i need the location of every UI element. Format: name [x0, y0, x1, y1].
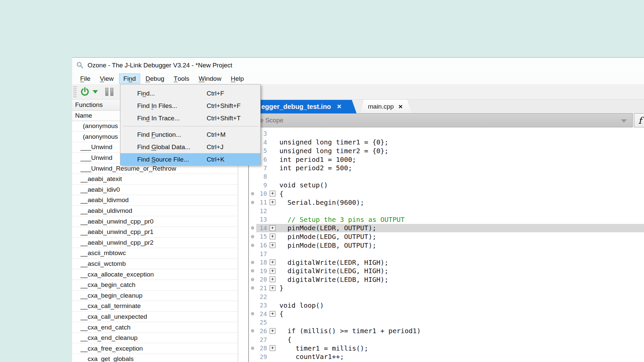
- toolbar-grip[interactable]: [73, 86, 75, 97]
- code-line[interactable]: {: [279, 190, 283, 198]
- code-line[interactable]: digitalWrite(LEDB, HIGH);: [279, 276, 388, 284]
- code-line[interactable]: {: [279, 336, 291, 344]
- code-line[interactable]: pinMode(LEDG, OUTPUT);: [279, 233, 376, 241]
- breakpoint-dot[interactable]: [249, 235, 256, 238]
- code-line[interactable]: unsigned long timer2 = {0};: [279, 147, 388, 155]
- fold-expand-icon[interactable]: [270, 268, 275, 274]
- tab-close-icon[interactable]: ×: [398, 103, 402, 111]
- code-line[interactable]: digitalWrite(LEDG, HIGH);: [279, 267, 388, 275]
- power-icon: [80, 87, 90, 97]
- function-list-item[interactable]: __cxa_end_catch: [72, 322, 238, 333]
- fold-expand-icon[interactable]: [270, 345, 275, 351]
- code-line[interactable]: {: [279, 310, 283, 318]
- tab-segger-debug-test-ino[interactable]: egger_debug_test.ino ×: [250, 100, 357, 113]
- menu-item-find-in-trace[interactable]: Find In Trace... Ctrl+Shift+T: [120, 112, 260, 124]
- breakpoint-dot[interactable]: [249, 286, 256, 290]
- highlighted-code-line[interactable]: pinMode(LEDR, OUTPUT);: [279, 224, 376, 232]
- menu-item-find-in-files[interactable]: Find In Files... Ctrl+Shift+F: [120, 100, 260, 112]
- breakpoint-dot[interactable]: [249, 201, 256, 204]
- shortcut-label: Ctrl+J: [207, 143, 260, 151]
- menu-item-find-source-file[interactable]: Find Source File... Ctrl+K: [120, 153, 260, 166]
- code-line[interactable]: Serial.begin(9600);: [279, 198, 364, 206]
- function-list-item[interactable]: __ascii_wctomb: [72, 259, 238, 269]
- breakpoint-dot[interactable]: [249, 329, 256, 333]
- fold-expand-icon[interactable]: [270, 199, 275, 205]
- code-line[interactable]: }: [279, 284, 283, 292]
- function-list-item[interactable]: __cxa_get_globals: [72, 354, 238, 362]
- breakpoint-dot[interactable]: [249, 347, 256, 350]
- window-title: Ozone - The J-Link Debugger V3.24 - *New…: [88, 62, 232, 69]
- breakpoint-dot[interactable]: [249, 312, 256, 315]
- function-list-item[interactable]: __aeabi_ldivmod: [72, 195, 238, 206]
- breakpoint-dot[interactable]: [249, 192, 256, 195]
- function-list-item[interactable]: __cxa_begin_cleanup: [72, 291, 238, 301]
- code-line[interactable]: timer1 = millis();: [279, 344, 368, 352]
- function-list-item[interactable]: __cxa_begin_catch: [72, 280, 238, 291]
- menu-help[interactable]: Help: [227, 73, 248, 84]
- menu-find[interactable]: Find: [119, 73, 140, 84]
- line-number: 18: [256, 259, 267, 266]
- line-number: 21: [256, 285, 267, 292]
- function-list-item[interactable]: __cxa_call_terminate: [72, 301, 238, 312]
- code-line[interactable]: if (millis() >= timer1 + period1): [279, 327, 421, 335]
- menu-item-find-function[interactable]: Find Function... Ctrl+M: [120, 128, 260, 141]
- power-debug-button[interactable]: [80, 87, 90, 97]
- menu-item-find-global-data[interactable]: Find Global Data... Ctrl+J: [120, 141, 260, 153]
- fold-expand-icon[interactable]: [270, 242, 275, 248]
- pause-button[interactable]: [105, 88, 113, 96]
- file-scope-combobox[interactable]: File Scope: [249, 113, 633, 127]
- function-list-item[interactable]: __aeabi_uldivmod: [72, 206, 238, 217]
- breakpoint-dot[interactable]: [249, 278, 256, 281]
- fold-expand-icon[interactable]: [270, 328, 275, 334]
- breakpoint-dot[interactable]: [249, 244, 256, 247]
- shortcut-label: Ctrl+M: [207, 131, 260, 138]
- line-number: 24: [256, 310, 267, 317]
- menu-view[interactable]: View: [96, 73, 118, 84]
- line-number: 26: [256, 327, 267, 335]
- code-line[interactable]: void setup(): [279, 181, 328, 189]
- fold-expand-icon[interactable]: [270, 285, 275, 291]
- menu-file[interactable]: File: [76, 73, 95, 84]
- menu-debug[interactable]: Debug: [142, 73, 168, 84]
- function-list-item[interactable]: __aeabi_idiv0: [72, 185, 238, 195]
- desktop: Ozone - The J-Link Debugger V3.24 - *New…: [0, 0, 644, 362]
- fold-expand-icon[interactable]: [270, 311, 275, 317]
- toolbar-grip[interactable]: [75, 86, 76, 97]
- fold-expand-icon[interactable]: [270, 191, 275, 196]
- fold-expand-icon[interactable]: [270, 234, 275, 239]
- menu-tools[interactable]: Tools: [170, 73, 193, 84]
- scope-bar: File Scope f: [249, 113, 644, 127]
- power-dropdown-icon[interactable]: [93, 90, 98, 94]
- code-line[interactable]: digitalWrite(LEDR, HIGH);: [279, 258, 388, 266]
- function-list-item[interactable]: __cxa_allocate_exception: [72, 269, 238, 280]
- tab-close-icon[interactable]: ×: [337, 102, 341, 111]
- code-line[interactable]: countVar1++;: [279, 353, 344, 361]
- menu-window[interactable]: Window: [195, 73, 225, 84]
- code-comment-line[interactable]: // Setup the 3 pins as OUTPUT: [279, 216, 405, 224]
- breakpoint-dot[interactable]: [249, 226, 256, 230]
- breakpoint-dot[interactable]: [249, 269, 256, 273]
- fold-expand-icon[interactable]: [270, 277, 275, 282]
- code-line[interactable]: pinMode(LEDB, OUTPUT);: [279, 241, 376, 249]
- fold-expand-icon[interactable]: [270, 259, 275, 265]
- menu-item-find[interactable]: Find... Ctrl+F: [120, 87, 260, 100]
- function-list-item[interactable]: __aeabi_atexit: [72, 174, 238, 185]
- function-list-item[interactable]: __cxa_free_exception: [72, 343, 238, 354]
- code-line[interactable]: unsigned long timer1 = {0};: [279, 138, 388, 146]
- function-list-item[interactable]: __aeabi_unwind_cpp_pr0: [72, 216, 238, 227]
- function-list-item[interactable]: __aeabi_unwind_cpp_pr1: [72, 227, 238, 238]
- function-filter-button[interactable]: f: [634, 113, 644, 127]
- chevron-down-icon[interactable]: [621, 119, 627, 123]
- fold-expand-icon[interactable]: [270, 225, 275, 231]
- breakpoint-dot[interactable]: [249, 261, 256, 264]
- function-list-item[interactable]: __cxa_end_cleanup: [72, 333, 238, 344]
- code-line[interactable]: void loop(): [279, 301, 324, 309]
- code-line[interactable]: int period2 = 500;: [279, 164, 352, 172]
- find-dropdown-menu: Find... Ctrl+F Find In Files... Ctrl+Shi…: [120, 84, 261, 165]
- tab-main-cpp[interactable]: main.cpp ×: [361, 100, 412, 113]
- code-line[interactable]: int period1 = 1000;: [279, 156, 356, 164]
- function-list-item[interactable]: __ascii_mbtowc: [72, 248, 238, 259]
- code-editor[interactable]: 3 4unsigned long timer1 = {0}; 5unsigned…: [249, 127, 644, 362]
- function-list-item[interactable]: __aeabi_unwind_cpp_pr2: [72, 238, 238, 248]
- function-list-item[interactable]: __cxa_call_unexpected: [72, 312, 238, 322]
